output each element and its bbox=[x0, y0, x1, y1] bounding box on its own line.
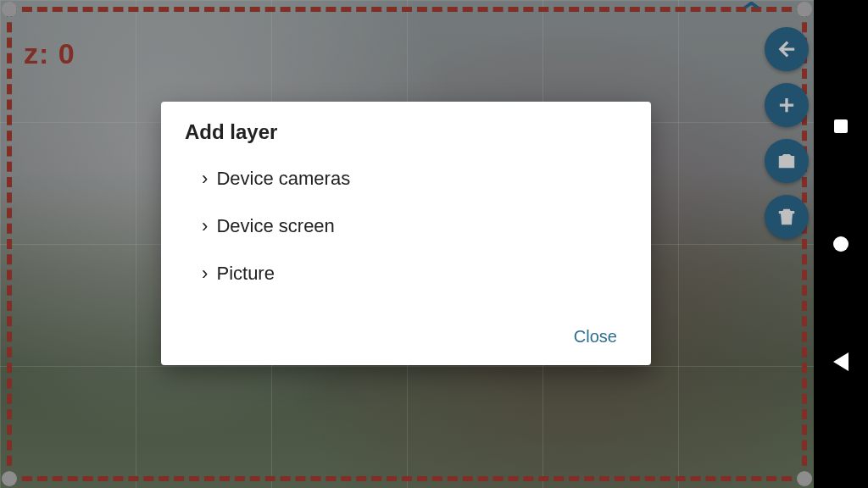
dialog-actions: Close bbox=[185, 320, 627, 353]
editor-canvas: ⌃ z: 0 Add layer Device cameras Device s… bbox=[0, 0, 814, 488]
nav-back-button[interactable] bbox=[831, 352, 851, 372]
nav-recents-button[interactable] bbox=[831, 116, 851, 136]
device-frame: ⌃ z: 0 Add layer Device cameras Device s… bbox=[0, 0, 868, 488]
square-icon bbox=[834, 119, 848, 133]
triangle-back-icon bbox=[833, 352, 849, 371]
option-device-screen[interactable]: Device screen bbox=[202, 215, 627, 237]
circle-icon bbox=[833, 236, 849, 252]
nav-home-button[interactable] bbox=[831, 234, 851, 254]
close-button[interactable]: Close bbox=[564, 320, 627, 353]
android-nav-bar bbox=[814, 0, 868, 488]
option-device-cameras[interactable]: Device cameras bbox=[202, 168, 627, 190]
option-picture[interactable]: Picture bbox=[202, 263, 627, 285]
dialog-option-list: Device cameras Device screen Picture bbox=[202, 168, 627, 285]
add-layer-dialog: Add layer Device cameras Device screen P… bbox=[161, 102, 651, 365]
dialog-title: Add layer bbox=[185, 120, 627, 144]
